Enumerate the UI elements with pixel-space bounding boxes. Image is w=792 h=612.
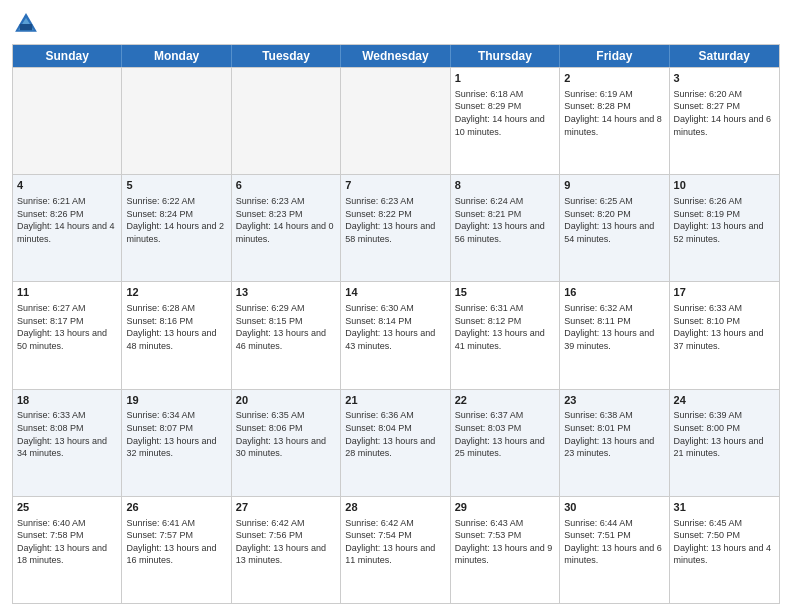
empty-cell <box>232 68 341 174</box>
day-cell-21: 21Sunrise: 6:36 AM Sunset: 8:04 PM Dayli… <box>341 390 450 496</box>
day-cell-8: 8Sunrise: 6:24 AM Sunset: 8:21 PM Daylig… <box>451 175 560 281</box>
svg-rect-2 <box>20 24 32 30</box>
day-number: 21 <box>345 393 445 408</box>
empty-cell <box>13 68 122 174</box>
day-info: Sunrise: 6:44 AM Sunset: 7:51 PM Dayligh… <box>564 517 664 567</box>
day-number: 24 <box>674 393 775 408</box>
day-info: Sunrise: 6:32 AM Sunset: 8:11 PM Dayligh… <box>564 302 664 352</box>
day-number: 30 <box>564 500 664 515</box>
day-number: 12 <box>126 285 226 300</box>
calendar-row-3: 18Sunrise: 6:33 AM Sunset: 8:08 PM Dayli… <box>13 389 779 496</box>
day-cell-20: 20Sunrise: 6:35 AM Sunset: 8:06 PM Dayli… <box>232 390 341 496</box>
day-cell-16: 16Sunrise: 6:32 AM Sunset: 8:11 PM Dayli… <box>560 282 669 388</box>
calendar-row-0: 1Sunrise: 6:18 AM Sunset: 8:29 PM Daylig… <box>13 67 779 174</box>
day-cell-23: 23Sunrise: 6:38 AM Sunset: 8:01 PM Dayli… <box>560 390 669 496</box>
day-number: 28 <box>345 500 445 515</box>
day-info: Sunrise: 6:40 AM Sunset: 7:58 PM Dayligh… <box>17 517 117 567</box>
day-number: 4 <box>17 178 117 193</box>
day-info: Sunrise: 6:29 AM Sunset: 8:15 PM Dayligh… <box>236 302 336 352</box>
day-cell-14: 14Sunrise: 6:30 AM Sunset: 8:14 PM Dayli… <box>341 282 450 388</box>
day-info: Sunrise: 6:33 AM Sunset: 8:08 PM Dayligh… <box>17 409 117 459</box>
day-info: Sunrise: 6:31 AM Sunset: 8:12 PM Dayligh… <box>455 302 555 352</box>
day-cell-26: 26Sunrise: 6:41 AM Sunset: 7:57 PM Dayli… <box>122 497 231 603</box>
calendar: SundayMondayTuesdayWednesdayThursdayFrid… <box>12 44 780 604</box>
day-number: 17 <box>674 285 775 300</box>
day-number: 11 <box>17 285 117 300</box>
day-number: 2 <box>564 71 664 86</box>
header-day-wednesday: Wednesday <box>341 45 450 67</box>
header-day-monday: Monday <box>122 45 231 67</box>
day-cell-31: 31Sunrise: 6:45 AM Sunset: 7:50 PM Dayli… <box>670 497 779 603</box>
day-info: Sunrise: 6:30 AM Sunset: 8:14 PM Dayligh… <box>345 302 445 352</box>
day-number: 3 <box>674 71 775 86</box>
day-cell-15: 15Sunrise: 6:31 AM Sunset: 8:12 PM Dayli… <box>451 282 560 388</box>
day-info: Sunrise: 6:36 AM Sunset: 8:04 PM Dayligh… <box>345 409 445 459</box>
page: SundayMondayTuesdayWednesdayThursdayFrid… <box>0 0 792 612</box>
day-cell-29: 29Sunrise: 6:43 AM Sunset: 7:53 PM Dayli… <box>451 497 560 603</box>
day-cell-18: 18Sunrise: 6:33 AM Sunset: 8:08 PM Dayli… <box>13 390 122 496</box>
header-day-thursday: Thursday <box>451 45 560 67</box>
day-number: 15 <box>455 285 555 300</box>
calendar-row-1: 4Sunrise: 6:21 AM Sunset: 8:26 PM Daylig… <box>13 174 779 281</box>
empty-cell <box>122 68 231 174</box>
day-info: Sunrise: 6:24 AM Sunset: 8:21 PM Dayligh… <box>455 195 555 245</box>
day-cell-12: 12Sunrise: 6:28 AM Sunset: 8:16 PM Dayli… <box>122 282 231 388</box>
calendar-header: SundayMondayTuesdayWednesdayThursdayFrid… <box>13 45 779 67</box>
day-cell-9: 9Sunrise: 6:25 AM Sunset: 8:20 PM Daylig… <box>560 175 669 281</box>
day-info: Sunrise: 6:20 AM Sunset: 8:27 PM Dayligh… <box>674 88 775 138</box>
logo-icon <box>12 10 40 38</box>
day-cell-30: 30Sunrise: 6:44 AM Sunset: 7:51 PM Dayli… <box>560 497 669 603</box>
header-day-tuesday: Tuesday <box>232 45 341 67</box>
day-number: 16 <box>564 285 664 300</box>
day-number: 27 <box>236 500 336 515</box>
day-cell-19: 19Sunrise: 6:34 AM Sunset: 8:07 PM Dayli… <box>122 390 231 496</box>
day-info: Sunrise: 6:45 AM Sunset: 7:50 PM Dayligh… <box>674 517 775 567</box>
day-info: Sunrise: 6:37 AM Sunset: 8:03 PM Dayligh… <box>455 409 555 459</box>
day-cell-28: 28Sunrise: 6:42 AM Sunset: 7:54 PM Dayli… <box>341 497 450 603</box>
header-day-saturday: Saturday <box>670 45 779 67</box>
day-number: 25 <box>17 500 117 515</box>
day-number: 14 <box>345 285 445 300</box>
empty-cell <box>341 68 450 174</box>
day-info: Sunrise: 6:27 AM Sunset: 8:17 PM Dayligh… <box>17 302 117 352</box>
calendar-row-2: 11Sunrise: 6:27 AM Sunset: 8:17 PM Dayli… <box>13 281 779 388</box>
day-number: 9 <box>564 178 664 193</box>
day-cell-1: 1Sunrise: 6:18 AM Sunset: 8:29 PM Daylig… <box>451 68 560 174</box>
logo <box>12 10 44 38</box>
day-info: Sunrise: 6:19 AM Sunset: 8:28 PM Dayligh… <box>564 88 664 138</box>
day-info: Sunrise: 6:41 AM Sunset: 7:57 PM Dayligh… <box>126 517 226 567</box>
day-number: 22 <box>455 393 555 408</box>
day-cell-2: 2Sunrise: 6:19 AM Sunset: 8:28 PM Daylig… <box>560 68 669 174</box>
day-cell-11: 11Sunrise: 6:27 AM Sunset: 8:17 PM Dayli… <box>13 282 122 388</box>
day-cell-13: 13Sunrise: 6:29 AM Sunset: 8:15 PM Dayli… <box>232 282 341 388</box>
day-info: Sunrise: 6:23 AM Sunset: 8:23 PM Dayligh… <box>236 195 336 245</box>
header-day-friday: Friday <box>560 45 669 67</box>
day-number: 20 <box>236 393 336 408</box>
header-day-sunday: Sunday <box>13 45 122 67</box>
day-number: 7 <box>345 178 445 193</box>
day-number: 31 <box>674 500 775 515</box>
day-number: 8 <box>455 178 555 193</box>
day-info: Sunrise: 6:25 AM Sunset: 8:20 PM Dayligh… <box>564 195 664 245</box>
day-info: Sunrise: 6:21 AM Sunset: 8:26 PM Dayligh… <box>17 195 117 245</box>
day-cell-17: 17Sunrise: 6:33 AM Sunset: 8:10 PM Dayli… <box>670 282 779 388</box>
day-number: 10 <box>674 178 775 193</box>
day-info: Sunrise: 6:34 AM Sunset: 8:07 PM Dayligh… <box>126 409 226 459</box>
day-cell-22: 22Sunrise: 6:37 AM Sunset: 8:03 PM Dayli… <box>451 390 560 496</box>
day-info: Sunrise: 6:42 AM Sunset: 7:54 PM Dayligh… <box>345 517 445 567</box>
day-info: Sunrise: 6:35 AM Sunset: 8:06 PM Dayligh… <box>236 409 336 459</box>
day-cell-25: 25Sunrise: 6:40 AM Sunset: 7:58 PM Dayli… <box>13 497 122 603</box>
day-number: 29 <box>455 500 555 515</box>
day-info: Sunrise: 6:18 AM Sunset: 8:29 PM Dayligh… <box>455 88 555 138</box>
day-number: 6 <box>236 178 336 193</box>
day-cell-24: 24Sunrise: 6:39 AM Sunset: 8:00 PM Dayli… <box>670 390 779 496</box>
day-cell-7: 7Sunrise: 6:23 AM Sunset: 8:22 PM Daylig… <box>341 175 450 281</box>
day-info: Sunrise: 6:23 AM Sunset: 8:22 PM Dayligh… <box>345 195 445 245</box>
day-cell-5: 5Sunrise: 6:22 AM Sunset: 8:24 PM Daylig… <box>122 175 231 281</box>
day-number: 18 <box>17 393 117 408</box>
day-number: 5 <box>126 178 226 193</box>
day-info: Sunrise: 6:38 AM Sunset: 8:01 PM Dayligh… <box>564 409 664 459</box>
day-number: 13 <box>236 285 336 300</box>
calendar-body: 1Sunrise: 6:18 AM Sunset: 8:29 PM Daylig… <box>13 67 779 603</box>
day-cell-4: 4Sunrise: 6:21 AM Sunset: 8:26 PM Daylig… <box>13 175 122 281</box>
